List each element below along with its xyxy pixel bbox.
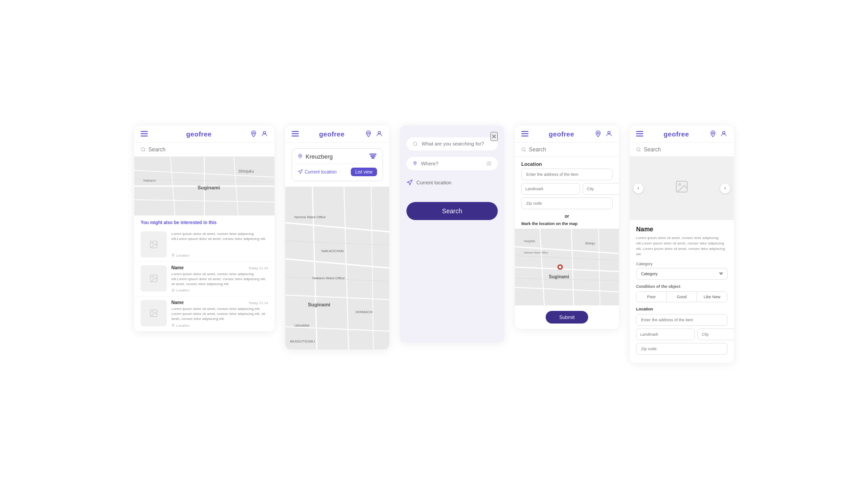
svg-point-78	[679, 183, 680, 185]
item-name: Name	[636, 225, 727, 233]
search-bar-5	[630, 143, 734, 157]
card-name: Name	[171, 300, 184, 305]
user-icon-5	[720, 130, 727, 137]
s2-bottom-row: Current location List view	[297, 168, 377, 176]
hamburger-icon-2[interactable]	[292, 131, 299, 136]
location-icon-5	[709, 130, 717, 137]
card-text: Name Today 21:14 Lorem ipsum dolor sit a…	[171, 265, 268, 293]
screen-4: geofree Location or Mark the location on…	[515, 126, 619, 329]
svg-text:NAKAOCHIAI: NAKAOCHIAI	[321, 249, 344, 253]
card-thumbnail	[141, 265, 167, 291]
search-input-4[interactable]	[529, 146, 613, 153]
condition-good-button[interactable]: Good	[667, 292, 697, 302]
submit-button[interactable]: Submit	[546, 311, 588, 324]
category-select[interactable]: Category Electronics Furniture Clothing …	[636, 268, 727, 280]
svg-text:Nakano Ward Office: Nakano Ward Office	[312, 276, 345, 280]
svg-point-50	[415, 162, 416, 164]
where-input[interactable]	[421, 161, 483, 166]
search-icon-3	[413, 141, 418, 147]
svg-text:UEHARA: UEHARA	[294, 324, 310, 328]
hamburger-icon-4[interactable]	[521, 131, 528, 136]
s2-search-row: Kreuzberg	[297, 153, 377, 160]
location-icon-2	[365, 130, 372, 137]
screen-3: ✕ Current location Search	[400, 126, 504, 343]
svg-point-72	[559, 266, 561, 268]
card-text: Lorem ipsum dolor sit amet, consec tetur…	[171, 231, 268, 258]
condition-label: Condition of the object	[636, 284, 727, 289]
user-icon-4	[605, 130, 613, 137]
svg-point-20	[173, 290, 174, 291]
search-bar-4	[515, 143, 619, 157]
list-view-button[interactable]: List view	[351, 168, 377, 176]
screens-container: geofree Suginami Shi	[134, 126, 734, 363]
navbar-2: geofree	[285, 126, 389, 143]
svg-text:Nerima Ward Office: Nerima Ward Office	[294, 215, 326, 219]
s5-city-input[interactable]	[698, 328, 734, 340]
search-button[interactable]: Search	[406, 202, 498, 220]
card-date: Today 21:14	[248, 301, 268, 305]
condition-poor-button[interactable]: Poor	[637, 292, 667, 302]
svg-point-75	[637, 147, 640, 150]
svg-point-26	[300, 155, 301, 157]
current-location-row[interactable]: Current location	[406, 177, 498, 188]
navbar-5: geofree	[630, 126, 734, 143]
close-button[interactable]: ✕	[491, 132, 498, 141]
svg-point-1	[263, 131, 265, 134]
svg-point-55	[608, 131, 610, 134]
s5-address-input[interactable]	[636, 314, 727, 326]
landmark-input-4[interactable]	[521, 183, 580, 195]
svg-point-54	[597, 132, 599, 134]
svg-line-3	[144, 150, 145, 151]
map-4: hospital Nakano Ward Office Suginami Shi…	[515, 229, 619, 305]
s2-search-box: Kreuzberg Current location List view	[292, 148, 383, 181]
s5-location-label: Location	[636, 307, 727, 311]
svg-rect-28	[371, 156, 375, 157]
navigate-icon-2	[297, 169, 303, 174]
card-location: Location	[171, 253, 268, 258]
current-location-btn-2[interactable]: Current location	[297, 169, 337, 174]
city-input-4[interactable]	[583, 183, 619, 195]
screen-5: geofree ‹ › Name Lorem ipsum dolor sit a…	[630, 126, 734, 363]
card-date: Today 21:14	[248, 266, 268, 270]
search-icon-1	[141, 147, 146, 152]
user-icon-1	[261, 130, 268, 137]
what-input[interactable]	[422, 141, 491, 146]
carousel-next-button[interactable]: ›	[720, 183, 730, 193]
navigate-icon-3	[406, 179, 413, 186]
search-bar-1	[134, 143, 274, 157]
hamburger-icon-5[interactable]	[636, 131, 643, 136]
svg-point-74	[722, 131, 725, 134]
address-input-4[interactable]	[521, 169, 613, 180]
svg-point-22	[152, 311, 153, 313]
s5-zip-input[interactable]	[636, 343, 727, 355]
svg-text:AKASUTSUMU: AKASUTSUMU	[290, 339, 315, 343]
filter-icon-2[interactable]	[369, 153, 377, 160]
card-desc: Lorem ipsum dolor sit amet, consec tetur…	[171, 272, 268, 287]
s5-landmark-input[interactable]	[636, 328, 695, 340]
what-search-input	[406, 137, 498, 150]
category-label: Category	[636, 262, 727, 266]
map-2: Nerima Ward Office NAKAOCHIAI Nakano War…	[285, 187, 389, 349]
card-desc: Lorem ipsum dolor sit amet, consec tetur…	[171, 231, 268, 241]
svg-point-24	[368, 132, 369, 134]
navbar-1: geofree	[134, 126, 274, 143]
app-title-5: geofree	[664, 130, 689, 138]
list-item: Name Today 21:14 Lorem ipsum dolor sit a…	[134, 262, 274, 297]
svg-text:hospital: hospital	[524, 239, 535, 243]
svg-point-16	[152, 242, 153, 244]
image-placeholder	[675, 179, 689, 197]
svg-line-57	[525, 150, 526, 151]
svg-text:Shinju: Shinju	[585, 241, 595, 245]
hamburger-icon-1[interactable]	[141, 131, 148, 136]
search-input-1[interactable]	[148, 146, 268, 153]
navbar-icons-5	[709, 130, 727, 137]
s5-content: Name Lorem ipsum dolor sit amet, consec …	[630, 220, 734, 363]
carousel-prev-button[interactable]: ‹	[633, 183, 643, 193]
zip-input-4[interactable]	[521, 197, 613, 209]
search-modal: ✕ Current location Search	[400, 126, 504, 343]
svg-text:Suginami: Suginami	[549, 274, 569, 279]
search-input-5[interactable]	[644, 146, 727, 153]
location-icon-4	[594, 130, 602, 137]
svg-point-48	[413, 142, 417, 145]
condition-likenew-button[interactable]: Like New	[697, 292, 727, 302]
